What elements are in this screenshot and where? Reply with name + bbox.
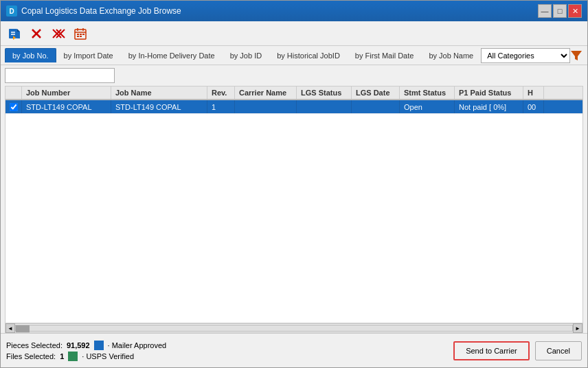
funnel-icon	[570, 49, 583, 62]
tab-by-in-home-delivery-date[interactable]: by In-Home Delivery Date	[121, 48, 223, 62]
horizontal-scrollbar[interactable]: ◄ ►	[5, 323, 583, 333]
col-header-stmtstatus: Stmt Status	[400, 87, 455, 99]
col-header-checkbox	[5, 87, 22, 99]
scroll-right-button[interactable]: ►	[573, 323, 583, 333]
send-to-carrier-button[interactable]: Send to Carrier	[453, 341, 530, 360]
table-row[interactable]: STD-LT149 COPAL STD-LT149 COPAL 1 Open N…	[5, 100, 583, 114]
calendar-button[interactable]	[71, 25, 90, 43]
title-bar: D Copal Logistics Data Exchange Job Brow…	[1, 1, 587, 21]
data-table: Job Number Job Name Rev. Carrier Name LG…	[5, 86, 583, 323]
table-header: Job Number Job Name Rev. Carrier Name LG…	[5, 87, 583, 100]
action-buttons: Send to Carrier Cancel	[453, 341, 582, 360]
files-label: Files Selected:	[6, 352, 56, 360]
svg-marker-1	[17, 29, 20, 32]
tab-by-job-name[interactable]: by Job Name	[421, 48, 481, 62]
category-dropdown[interactable]: All Categories	[481, 48, 570, 63]
scroll-left-button[interactable]: ◄	[5, 323, 15, 333]
tab-by-import-date[interactable]: by Import Date	[56, 48, 121, 62]
tab-by-historical-job-id[interactable]: by Historical JobID	[269, 48, 348, 62]
main-window: D Copal Logistics Data Exchange Job Brow…	[0, 0, 588, 368]
delete-icon	[30, 27, 43, 41]
title-controls: — □ ✕	[538, 4, 582, 18]
tab-by-job-no[interactable]: by Job No.	[5, 48, 56, 62]
col-header-lgsstatus: LGS Status	[297, 87, 352, 99]
col-header-jobname: Job Name	[111, 87, 207, 99]
row-stmtstatus: Open	[400, 100, 455, 113]
svg-rect-2	[17, 32, 20, 38]
nav-tabs-bar: by Job No. by Import Date by In-Home Del…	[1, 46, 587, 65]
row-jobnum: STD-LT149 COPAL	[22, 100, 111, 113]
col-header-rev: Rev.	[207, 87, 235, 99]
scrollbar-thumb[interactable]	[16, 325, 30, 332]
svg-rect-20	[80, 36, 82, 37]
title-bar-left: D Copal Logistics Data Exchange Job Brow…	[6, 5, 181, 16]
row-rev: 1	[207, 100, 235, 113]
delete-all-icon	[52, 27, 65, 41]
svg-rect-19	[77, 36, 79, 37]
row-lgsstatus	[297, 100, 352, 113]
pieces-row: Pieces Selected: 91,592 · Mailer Approve…	[6, 341, 166, 350]
status-bar: Pieces Selected: 91,592 · Mailer Approve…	[1, 333, 587, 367]
svg-rect-16	[77, 34, 79, 35]
svg-rect-18	[82, 34, 84, 35]
pieces-value: 91,592	[67, 341, 90, 349]
delete-all-button[interactable]	[49, 25, 68, 43]
tab-by-job-id[interactable]: by Job ID	[223, 48, 269, 62]
svg-marker-21	[571, 51, 582, 60]
row-jobname: STD-LT149 COPAL	[111, 100, 207, 113]
row-checkbox-input[interactable]	[10, 103, 18, 111]
files-row: Files Selected: 1 · USPS Verified	[6, 352, 166, 361]
import-icon	[8, 27, 21, 41]
scrollbar-track[interactable]	[15, 325, 573, 332]
toolbar	[1, 21, 587, 46]
col-header-p1paid: P1 Paid Status	[455, 87, 523, 99]
filter-button[interactable]	[570, 48, 583, 63]
col-header-jobnum: Job Number	[22, 87, 111, 99]
svg-rect-17	[80, 34, 82, 35]
close-button[interactable]: ✕	[568, 4, 582, 18]
col-header-lgsdate: LGS Date	[352, 87, 400, 99]
maximize-button[interactable]: □	[553, 4, 567, 18]
cancel-button[interactable]: Cancel	[535, 341, 582, 360]
mailer-approved-legend-box	[94, 341, 104, 350]
status-info: Pieces Selected: 91,592 · Mailer Approve…	[6, 341, 166, 361]
row-p1paid: Not paid [ 0%]	[455, 100, 523, 113]
row-carrier	[235, 100, 297, 113]
window-title: Copal Logistics Data Exchange Job Browse	[21, 6, 181, 16]
search-area	[1, 65, 587, 86]
import-button[interactable]	[5, 25, 24, 43]
usps-verified-legend-label: · USPS Verified	[82, 352, 134, 360]
col-header-h: H	[523, 87, 544, 99]
row-checkbox[interactable]	[5, 100, 22, 113]
mailer-approved-legend-label: · Mailer Approved	[108, 341, 167, 349]
calendar-icon	[74, 27, 87, 41]
app-icon: D	[6, 5, 17, 16]
row-lgsdate	[352, 100, 400, 113]
col-header-carrier: Carrier Name	[235, 87, 297, 99]
delete-button[interactable]	[27, 25, 46, 43]
table-body: STD-LT149 COPAL STD-LT149 COPAL 1 Open N…	[5, 100, 583, 323]
tab-by-first-mail-date[interactable]: by First Mail Date	[348, 48, 422, 62]
usps-verified-legend-box	[68, 352, 78, 361]
search-input[interactable]	[5, 68, 115, 83]
files-value: 1	[60, 352, 64, 360]
minimize-button[interactable]: —	[538, 4, 552, 18]
pieces-label: Pieces Selected:	[6, 341, 63, 349]
row-h: 00	[523, 100, 544, 113]
